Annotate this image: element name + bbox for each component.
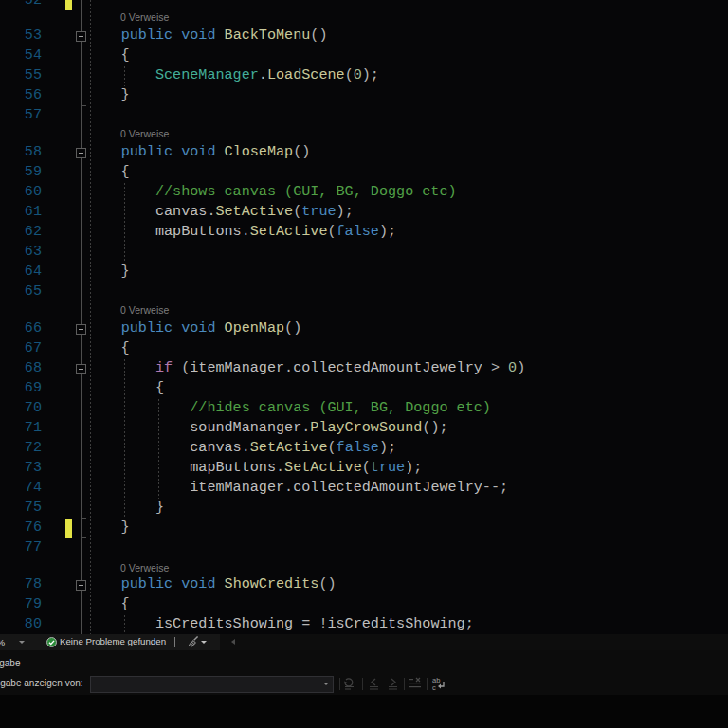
svg-text:c: c xyxy=(432,683,436,692)
